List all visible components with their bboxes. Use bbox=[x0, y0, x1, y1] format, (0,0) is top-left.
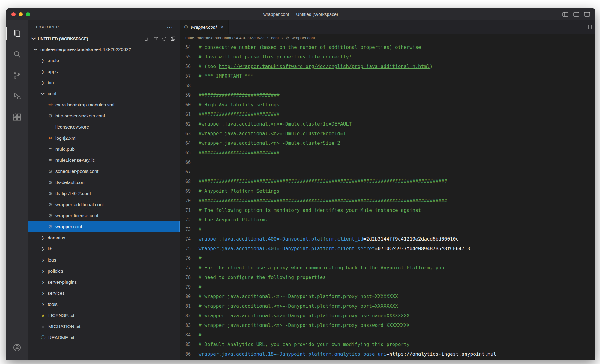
tree-item-label: services bbox=[48, 291, 65, 296]
code-line-84[interactable]: 84# bbox=[180, 330, 596, 340]
tree-item-server-plugins[interactable]: ❯server-plugins bbox=[28, 277, 180, 288]
source-control-icon[interactable] bbox=[6, 65, 28, 86]
tree-item-mulelicensekey-lic[interactable]: ≡muleLicenseKey.lic bbox=[28, 155, 180, 166]
close-window-button[interactable] bbox=[11, 12, 16, 16]
tree-item-wrapper-additional-conf[interactable]: ⚙wrapper-additional.conf bbox=[28, 199, 180, 210]
tree-item-extra-bootstrap-modules-xml[interactable]: </>extra-bootstrap-modules.xml bbox=[28, 99, 180, 110]
code-line-58[interactable]: 58 bbox=[180, 81, 596, 90]
tree-item-tls-default-conf[interactable]: ⚙tls-default.conf bbox=[28, 177, 180, 188]
line-number: 67 bbox=[180, 167, 199, 177]
tree-item-label: logs bbox=[48, 257, 56, 263]
main-area: EXPLORER ⋯ ❯ UNTITLED (WORKSPACE) bbox=[6, 20, 596, 360]
tree-item-mule-enterprise-standalone-4-4-0-20220622[interactable]: ❯mule-enterprise-standalone-4.4.0-202206… bbox=[28, 44, 180, 55]
tree-item-tools[interactable]: ❯tools bbox=[28, 299, 180, 310]
tree-item-readme-txt[interactable]: ⓘREADME.txt bbox=[28, 332, 180, 343]
extensions-icon[interactable] bbox=[6, 107, 28, 128]
code-line-75[interactable]: 75wrapper.java.additional.401=-Danypoint… bbox=[180, 244, 596, 253]
code-line-61[interactable]: 61############################ bbox=[180, 110, 596, 119]
code-line-60[interactable]: 60# High Availability settings bbox=[180, 100, 596, 110]
tree-item-licensekeystore[interactable]: ≡licenseKeyStore bbox=[28, 121, 180, 132]
code-line-68[interactable]: 68######################################… bbox=[180, 177, 596, 186]
tree-item-http-server-sockets-conf[interactable]: ⚙http-server-sockets.conf bbox=[28, 110, 180, 121]
code-line-73[interactable]: 73# bbox=[180, 225, 596, 234]
new-file-icon[interactable] bbox=[144, 36, 149, 41]
tree-item-scheduler-pools-conf[interactable]: ⚙scheduler-pools.conf bbox=[28, 166, 180, 177]
tab-wrapper-conf[interactable]: ⚙ wrapper.conf × bbox=[180, 20, 229, 34]
code-line-63[interactable]: 63#wrapper.java.additional.<n>=-Dmule.cl… bbox=[180, 129, 596, 138]
tree-item-services[interactable]: ❯services bbox=[28, 288, 180, 299]
code-text: # Anypoint Platform Settings bbox=[199, 186, 280, 196]
file-tree: ❯mule-enterprise-standalone-4.4.0-202206… bbox=[28, 44, 180, 360]
workspace-section-header[interactable]: ❯ UNTITLED (WORKSPACE) bbox=[28, 34, 180, 44]
line-number: 86 bbox=[180, 349, 199, 359]
tree-item-migration-txt[interactable]: ≡MIGRATION.txt bbox=[28, 321, 180, 332]
more-actions-icon[interactable]: ⋯ bbox=[167, 24, 173, 30]
code-line-56[interactable]: 56# (see http://wrapper.tanukisoftware.o… bbox=[180, 62, 596, 71]
tree-item-lib[interactable]: ❯lib bbox=[28, 243, 180, 254]
code-line-79[interactable]: 79# bbox=[180, 282, 596, 292]
split-editor-icon[interactable] bbox=[582, 20, 596, 34]
close-tab-icon[interactable]: × bbox=[221, 24, 224, 30]
tree-item-log4j2-xml[interactable]: </>log4j2.xml bbox=[28, 132, 180, 144]
code-line-83[interactable]: 83# wrapper.java.additional.<n>=-Danypoi… bbox=[180, 321, 596, 330]
tree-item-apps[interactable]: ❯apps bbox=[28, 66, 180, 77]
explorer-icon[interactable] bbox=[6, 23, 28, 44]
code-line-74[interactable]: 74wrapper.java.additional.400=-Danypoint… bbox=[180, 234, 596, 244]
code-line-82[interactable]: 82# wrapper.java.additional.<n>=-Danypoi… bbox=[180, 311, 596, 321]
new-folder-icon[interactable] bbox=[153, 36, 158, 41]
tree-item-logs[interactable]: ❯logs bbox=[28, 254, 180, 265]
window-title: wrapper.conf — Untitled (Workspace) bbox=[6, 12, 596, 17]
refresh-icon[interactable] bbox=[162, 36, 167, 41]
code-line-62[interactable]: 62#wrapper.java.additional.<n>=-Dmule.cl… bbox=[180, 119, 596, 129]
code-text: wrapper.java.additional.18=-Danypoint.pl… bbox=[199, 349, 496, 359]
toggle-panel-icon[interactable] bbox=[573, 12, 579, 17]
account-icon[interactable] bbox=[6, 337, 28, 358]
tree-item-tls-fips140-2-conf[interactable]: ⚙tls-fips140-2.conf bbox=[28, 188, 180, 199]
code-line-85[interactable]: 85# Default Analytics URL, you can provi… bbox=[180, 340, 596, 349]
code-line-72[interactable]: 72# the Anypoint Platform. bbox=[180, 215, 596, 225]
tree-item-wrapper-conf[interactable]: ⚙wrapper.conf bbox=[28, 221, 180, 232]
code-line-76[interactable]: 76# bbox=[180, 253, 596, 263]
toggle-secondary-sidebar-icon[interactable] bbox=[584, 12, 590, 17]
code-line-64[interactable]: 64#wrapper.java.additional.<n>=-Dmule.cl… bbox=[180, 138, 596, 148]
tree-item-wrapper-license-conf[interactable]: ⚙wrapper-license.conf bbox=[28, 210, 180, 221]
tree-item-policies[interactable]: ❯policies bbox=[28, 265, 180, 277]
run-debug-icon[interactable] bbox=[6, 86, 28, 107]
tree-item-license-txt[interactable]: ★LICENSE.txt bbox=[28, 310, 180, 321]
code-line-70[interactable]: 70######################################… bbox=[180, 196, 596, 206]
code-text: ############################ bbox=[199, 148, 280, 158]
code-line-80[interactable]: 80# wrapper.java.additional.<n>=-Danypoi… bbox=[180, 292, 596, 301]
minimize-window-button[interactable] bbox=[19, 12, 23, 16]
code-line-86[interactable]: 86wrapper.java.additional.18=-Danypoint.… bbox=[180, 349, 596, 359]
breadcrumb-item-conf[interactable]: conf bbox=[271, 36, 279, 40]
tree-item-mule-pub[interactable]: ≡mule.pub bbox=[28, 144, 180, 155]
code-line-78[interactable]: 78# need to configure the following prop… bbox=[180, 273, 596, 282]
page-background: wrapper.conf — Untitled (Workspace) bbox=[0, 0, 600, 364]
code-line-69[interactable]: 69# Anypoint Platform Settings bbox=[180, 186, 596, 196]
line-number: 55 bbox=[180, 52, 199, 62]
line-number: 58 bbox=[180, 81, 199, 90]
breadcrumb-item-file[interactable]: wrapper.conf bbox=[292, 36, 315, 40]
code-line-55[interactable]: 55# Java will not parse this properties … bbox=[180, 52, 596, 62]
license-icon: ★ bbox=[40, 313, 46, 318]
tree-item-bin[interactable]: ❯bin bbox=[28, 77, 180, 88]
tree-item-domains[interactable]: ❯domains bbox=[28, 232, 180, 243]
tree-item-conf[interactable]: ❯conf bbox=[28, 88, 180, 99]
code-line-59[interactable]: 59############################ bbox=[180, 90, 596, 100]
code-line-67[interactable]: 67 bbox=[180, 167, 596, 177]
code-line-54[interactable]: 54# consecutive number (based on the num… bbox=[180, 43, 596, 52]
code-line-81[interactable]: 81# wrapper.java.additional.<n>=-Danypoi… bbox=[180, 301, 596, 311]
code-line-71[interactable]: 71# The following option is mandatory an… bbox=[180, 206, 596, 215]
code-line-65[interactable]: 65############################ bbox=[180, 148, 596, 158]
code-line-66[interactable]: 66 bbox=[180, 158, 596, 167]
code-text: ############################ bbox=[199, 110, 280, 119]
tree-item-mule[interactable]: ❯.mule bbox=[28, 55, 180, 66]
zoom-window-button[interactable] bbox=[26, 12, 30, 16]
code-line-57[interactable]: 57# *** IMPORTANT *** bbox=[180, 71, 596, 81]
toggle-sidebar-icon[interactable] bbox=[562, 12, 568, 17]
search-icon[interactable] bbox=[6, 44, 28, 65]
breadcrumb-item-root[interactable]: mule-enterprise-standalone-4.4.0-2022062… bbox=[185, 36, 264, 40]
collapse-all-icon[interactable] bbox=[171, 36, 176, 41]
code-line-77[interactable]: 77# For the client to use a proxy when c… bbox=[180, 263, 596, 273]
code-editor[interactable]: 54# consecutive number (based on the num… bbox=[180, 42, 596, 360]
